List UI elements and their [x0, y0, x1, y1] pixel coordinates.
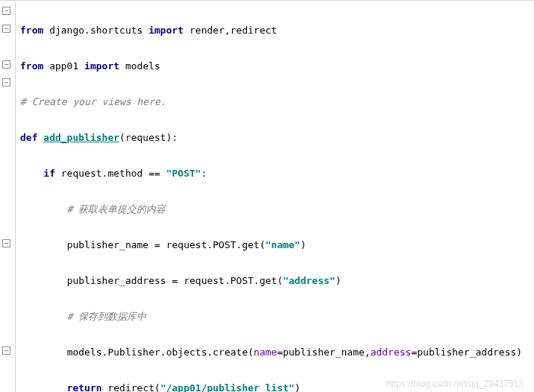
code-line: models.Publisher.objects.create(name=pub…	[20, 344, 534, 361]
code-line: publisher_name = request.POST.get("name"…	[20, 236, 534, 254]
code-line: if request.method == "POST":	[20, 165, 534, 183]
fold-marker[interactable]	[2, 239, 10, 247]
code-line: def add_publisher(request):	[20, 129, 534, 147]
fold-marker[interactable]	[2, 60, 10, 69]
code-area[interactable]: from django.shortcuts import render,redi…	[16, 1, 534, 392]
code-line: # 保存到数据库中	[20, 308, 534, 326]
fold-gutter	[0, 1, 16, 392]
code-line: from django.shortcuts import render,redi…	[20, 22, 534, 39]
code-line: # 获取表单提交的内容	[20, 200, 534, 218]
fold-marker[interactable]	[2, 78, 10, 86]
fold-marker[interactable]	[2, 25, 10, 33]
code-line: publisher_address = request.POST.get("ad…	[20, 272, 534, 290]
code-line: return redirect("/app01/publisher_list")	[20, 379, 534, 392]
code-line: from app01 import models	[20, 57, 534, 75]
fold-marker[interactable]	[2, 7, 10, 15]
code-line: # Create your views here.	[20, 93, 534, 111]
code-editor[interactable]: from django.shortcuts import render,redi…	[0, 0, 534, 392]
fold-marker[interactable]	[2, 347, 10, 355]
